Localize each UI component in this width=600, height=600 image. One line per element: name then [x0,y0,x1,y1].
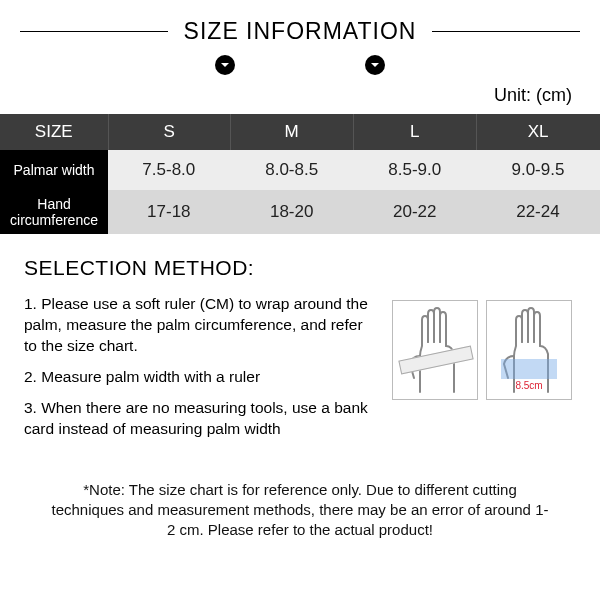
cell: 20-22 [353,190,476,234]
row-label-palmar-width: Palmar width [0,150,108,190]
col-size: SIZE [0,114,108,150]
method-step: 3. When there are no measuring tools, us… [24,398,374,440]
method-steps: 1. Please use a soft ruler (CM) to wrap … [24,294,374,450]
method-step: 2. Measure palm width with a ruler [24,367,374,388]
row-label-hand-circumference: Hand circumference [0,190,108,234]
selection-method-section: SELECTION METHOD: 1. Please use a soft r… [0,234,600,450]
divider-right [432,31,580,32]
table-row: Hand circumference 17-18 18-20 20-22 22-… [0,190,600,234]
cell: 22-24 [476,190,599,234]
hand-circumference-illustration [392,300,478,400]
chevron-down-icon [365,55,385,75]
hand-illustrations: 8.5cm [392,300,572,400]
size-information-card: SIZE INFORMATION Unit: (cm) SIZE S M L X… [0,0,600,540]
hand-width-illustration: 8.5cm [486,300,572,400]
cell: 17-18 [108,190,230,234]
method-step: 1. Please use a soft ruler (CM) to wrap … [24,294,374,357]
method-body: 1. Please use a soft ruler (CM) to wrap … [24,294,580,450]
col-s: S [108,114,230,150]
footnote: *Note: The size chart is for reference o… [0,450,600,541]
table-header-row: SIZE S M L XL [0,114,600,150]
decorative-icon-row [0,55,600,85]
chevron-down-icon [215,55,235,75]
table-row: Palmar width 7.5-8.0 8.0-8.5 8.5-9.0 9.0… [0,150,600,190]
cell: 8.0-8.5 [230,150,353,190]
selection-method-heading: SELECTION METHOD: [24,256,580,280]
col-l: L [353,114,476,150]
cell: 18-20 [230,190,353,234]
col-m: M [230,114,353,150]
cell: 8.5-9.0 [353,150,476,190]
col-xl: XL [476,114,599,150]
title-row: SIZE INFORMATION [0,0,600,55]
unit-label: Unit: (cm) [0,85,600,114]
width-measure-label: 8.5cm [515,380,542,391]
cell: 7.5-8.0 [108,150,230,190]
page-title: SIZE INFORMATION [184,18,417,45]
cell: 9.0-9.5 [476,150,599,190]
divider-left [20,31,168,32]
width-band-icon [501,359,557,379]
size-table: SIZE S M L XL Palmar width 7.5-8.0 8.0-8… [0,114,600,234]
